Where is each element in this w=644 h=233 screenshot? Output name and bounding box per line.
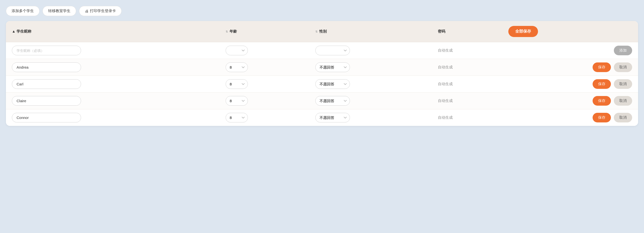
new-student-auto-gen: 自动生成 [438, 48, 453, 52]
column-gender-label: 性别 [319, 29, 327, 33]
column-header-name[interactable]: ▲ 学生昵称 [6, 21, 220, 42]
new-student-gender-cell: 男 女 不愿回答 [310, 42, 432, 59]
new-student-password-cell: 自动生成 [432, 42, 502, 59]
column-name-label: 学生昵称 [16, 29, 32, 33]
column-header-actions: 全部保存 [502, 21, 638, 42]
save-student-button[interactable]: 保存 [592, 62, 611, 72]
new-student-row: 6 7 8 9 10 男 女 不愿回答 自动生成 [6, 42, 638, 59]
student-row: 6 7 8 9 10 11 12 男 女 不愿回答 自动生成 保存 取消 [6, 59, 638, 76]
student-gender-select[interactable]: 男 女 不愿回答 [315, 113, 350, 122]
column-header-password: 密码 [432, 21, 502, 42]
student-name-input[interactable] [12, 62, 81, 72]
student-name-cell [6, 76, 220, 93]
student-age-select[interactable]: 6 7 8 9 10 11 12 [226, 113, 248, 122]
new-student-name-input[interactable] [12, 46, 81, 55]
print-icon: 🖨 [85, 9, 88, 13]
student-name-input[interactable] [12, 113, 81, 122]
student-age-cell: 6 7 8 9 10 11 12 [220, 76, 310, 93]
cancel-student-button[interactable]: 取消 [614, 79, 632, 89]
save-student-button[interactable]: 保存 [592, 96, 611, 106]
student-auto-gen: 自动生成 [438, 98, 453, 103]
student-age-select[interactable]: 6 7 8 9 10 11 12 [226, 79, 248, 89]
column-age-label: 年龄 [230, 29, 237, 33]
student-age-cell: 6 7 8 9 10 11 12 [220, 93, 310, 109]
cancel-student-button[interactable]: 取消 [614, 62, 632, 72]
student-gender-select[interactable]: 男 女 不愿回答 [315, 96, 350, 106]
print-login-cards-button[interactable]: 🖨 打印学生登录卡 [79, 6, 122, 16]
student-gender-cell: 男 女 不愿回答 [310, 76, 432, 93]
sort-up-icon: ▲ [12, 29, 16, 33]
student-gender-cell: 男 女 不愿回答 [310, 109, 432, 126]
student-row: 6 7 8 9 10 11 12 男 女 不愿回答 自动生成 保存 取消 [6, 76, 638, 93]
column-header-age[interactable]: ⇅ 年龄 [220, 21, 310, 42]
add-multiple-button[interactable]: 添加多个学生 [6, 6, 40, 16]
student-password-cell: 自动生成 [432, 59, 502, 76]
student-auto-gen: 自动生成 [438, 82, 453, 86]
student-age-cell: 6 7 8 9 10 11 12 [220, 109, 310, 126]
gender-sort-icon: ⇅ [315, 30, 318, 33]
student-actions-cell: 保存 取消 [502, 59, 638, 76]
student-password-cell: 自动生成 [432, 76, 502, 93]
students-table: ▲ 学生昵称 ⇅ 年龄 ⇅ 性别 密码 全部保存 [6, 21, 638, 126]
student-gender-select[interactable]: 男 女 不愿回答 [315, 62, 350, 72]
student-name-cell [6, 109, 220, 126]
student-password-cell: 自动生成 [432, 93, 502, 109]
column-header-gender[interactable]: ⇅ 性别 [310, 21, 432, 42]
print-button-label: 打印学生登录卡 [90, 9, 116, 13]
save-all-button[interactable]: 全部保存 [508, 26, 538, 37]
student-row: 6 7 8 9 10 11 12 男 女 不愿回答 自动生成 保存 取消 [6, 93, 638, 109]
student-row: 6 7 8 9 10 11 12 男 女 不愿回答 自动生成 保存 取消 [6, 109, 638, 126]
student-actions-cell: 保存 取消 [502, 76, 638, 93]
new-student-gender-select[interactable]: 男 女 不愿回答 [315, 46, 350, 55]
student-age-cell: 6 7 8 9 10 11 12 [220, 59, 310, 76]
student-gender-cell: 男 女 不愿回答 [310, 59, 432, 76]
cancel-student-button[interactable]: 取消 [614, 96, 632, 106]
student-name-input[interactable] [12, 96, 81, 106]
toolbar: 添加多个学生 转移教室学生 🖨 打印学生登录卡 [6, 6, 638, 16]
new-student-actions-cell: 添加 [502, 42, 638, 59]
table-header-row: ▲ 学生昵称 ⇅ 年龄 ⇅ 性别 密码 全部保存 [6, 21, 638, 42]
save-student-button[interactable]: 保存 [592, 79, 611, 89]
student-name-input[interactable] [12, 79, 81, 89]
column-password-label: 密码 [438, 29, 445, 33]
student-auto-gen: 自动生成 [438, 65, 453, 69]
student-auto-gen: 自动生成 [438, 115, 453, 119]
new-student-name-cell [6, 42, 220, 59]
student-name-cell [6, 59, 220, 76]
age-sort-icon: ⇅ [226, 30, 228, 33]
student-gender-select[interactable]: 男 女 不愿回答 [315, 79, 350, 89]
student-actions-cell: 保存 取消 [502, 109, 638, 126]
new-student-age-cell: 6 7 8 9 10 [220, 42, 310, 59]
student-age-select[interactable]: 6 7 8 9 10 11 12 [226, 96, 248, 106]
student-age-select[interactable]: 6 7 8 9 10 11 12 [226, 62, 248, 72]
cancel-student-button[interactable]: 取消 [614, 113, 632, 122]
save-student-button[interactable]: 保存 [592, 113, 611, 122]
transfer-students-button[interactable]: 转移教室学生 [42, 6, 76, 16]
student-actions-cell: 保存 取消 [502, 93, 638, 109]
student-gender-cell: 男 女 不愿回答 [310, 93, 432, 109]
add-student-button[interactable]: 添加 [614, 46, 632, 55]
students-table-container: ▲ 学生昵称 ⇅ 年龄 ⇅ 性别 密码 全部保存 [6, 21, 638, 126]
new-student-age-select[interactable]: 6 7 8 9 10 [226, 46, 248, 55]
student-password-cell: 自动生成 [432, 109, 502, 126]
student-name-cell [6, 93, 220, 109]
